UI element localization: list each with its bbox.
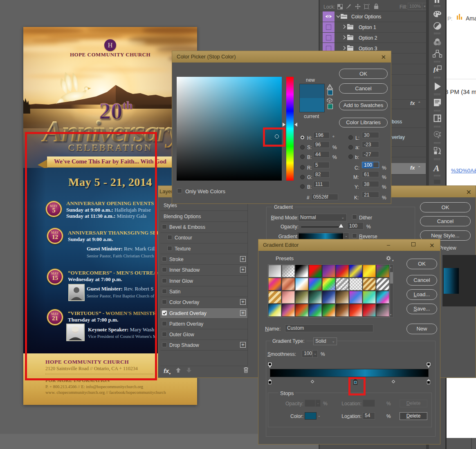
svg-text:fx: fx — [433, 66, 439, 73]
